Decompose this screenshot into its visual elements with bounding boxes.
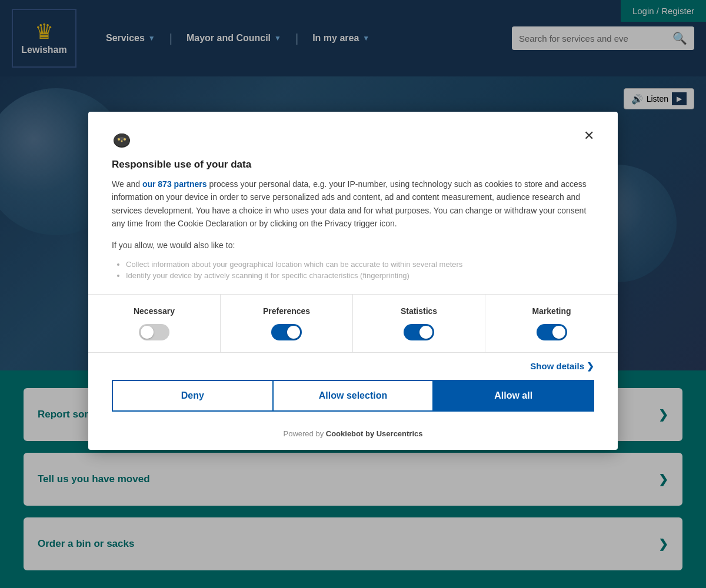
toggle-marketing: Marketing (485, 295, 618, 352)
cookie-consent-modal: ✕ Responsible use of your data We and ou… (88, 112, 618, 450)
toggle-marketing-label: Marketing (532, 306, 571, 316)
show-details-link[interactable]: Show details ❯ (530, 361, 594, 372)
toggle-preferences: Preferences (221, 295, 353, 352)
toggle-statistics-switch[interactable] (404, 324, 434, 340)
show-details-row: Show details ❯ (88, 353, 618, 380)
svg-point-2 (118, 138, 120, 141)
action-buttons: Deny Allow selection Allow all (88, 380, 618, 423)
toggle-knob (141, 326, 154, 339)
toggle-statistics: Statistics (353, 295, 485, 352)
allow-all-button[interactable]: Allow all (434, 380, 594, 412)
modal-list: Collect information about your geographi… (126, 260, 594, 280)
close-modal-button[interactable]: ✕ (584, 129, 594, 142)
list-item-fingerprint: Identify your device by actively scannin… (126, 271, 594, 280)
svg-point-3 (124, 138, 126, 141)
deny-button[interactable]: Deny (112, 380, 274, 412)
powered-by-text: Powered by (284, 429, 324, 438)
consent-toggles: Necessary Preferences Statistics Marketi… (88, 294, 618, 353)
modal-body: ✕ Responsible use of your data We and ou… (88, 112, 618, 294)
modal-header: ✕ (112, 129, 594, 149)
show-details-label: Show details (530, 361, 584, 371)
cookiebot-logo-icon (112, 129, 132, 149)
toggle-knob (552, 326, 565, 339)
chevron-right-icon: ❯ (587, 361, 594, 372)
modal-title: Responsible use of your data (112, 159, 594, 171)
toggle-preferences-label: Preferences (263, 306, 310, 316)
toggle-statistics-label: Statistics (401, 306, 437, 316)
partners-link[interactable]: our 873 partners (142, 179, 207, 189)
powered-by: Powered by Cookiebot by Usercentrics (88, 423, 618, 450)
toggle-necessary-label: Necessary (134, 306, 175, 316)
modal-body-text: We and our 873 partners process your per… (112, 178, 594, 230)
svg-point-4 (121, 141, 123, 142)
if-allow-text: If you allow, we would also like to: (112, 239, 594, 252)
list-item-location: Collect information about your geographi… (126, 260, 594, 269)
toggle-knob (419, 326, 432, 339)
toggle-preferences-switch[interactable] (271, 324, 302, 340)
powered-by-brand: Cookiebot by Usercentrics (326, 429, 423, 438)
toggle-knob (287, 326, 300, 339)
toggle-necessary-switch[interactable] (139, 324, 169, 340)
toggle-marketing-switch[interactable] (537, 324, 567, 340)
allow-selection-button[interactable]: Allow selection (274, 380, 434, 412)
toggle-necessary: Necessary (88, 295, 221, 352)
